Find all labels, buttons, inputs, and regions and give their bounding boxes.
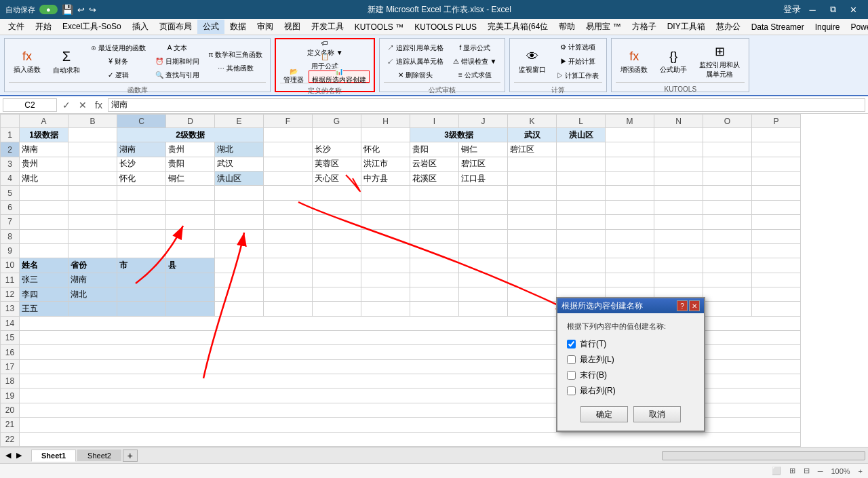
cell-e3[interactable]: 武汉 bbox=[215, 157, 264, 171]
cell-i6[interactable] bbox=[410, 200, 459, 214]
cell-p12[interactable] bbox=[752, 287, 801, 301]
menu-formula[interactable]: 公式 bbox=[197, 20, 224, 34]
cell-o10[interactable] bbox=[703, 258, 752, 273]
cell-l3[interactable] bbox=[557, 157, 606, 171]
row-header-20[interactable]: 20 bbox=[1, 403, 20, 417]
cell-b3[interactable] bbox=[68, 157, 117, 171]
cell-k9[interactable] bbox=[508, 243, 557, 258]
save-icon[interactable]: 💾 bbox=[62, 4, 73, 15]
row-header-22[interactable]: 22 bbox=[1, 432, 20, 446]
menu-devtools[interactable]: 开发工具 bbox=[306, 20, 349, 34]
title-toggle[interactable]: ● bbox=[39, 5, 58, 14]
cell-a1[interactable]: 1级数据 bbox=[20, 128, 68, 142]
cell-c6[interactable] bbox=[117, 200, 166, 214]
col-header-c[interactable]: C bbox=[117, 115, 166, 128]
col-header-e[interactable]: E bbox=[215, 115, 264, 128]
checkbox-first-row-item[interactable]: 首行(T) bbox=[567, 338, 694, 350]
cell-f2[interactable] bbox=[264, 142, 313, 157]
col-header-f[interactable]: F bbox=[264, 115, 313, 128]
cell-k8[interactable] bbox=[508, 229, 557, 243]
cell-f1[interactable] bbox=[264, 128, 313, 142]
cell-d9[interactable] bbox=[166, 243, 215, 258]
col-header-b[interactable]: B bbox=[68, 115, 117, 128]
checkbox-first-row[interactable] bbox=[567, 340, 576, 348]
add-sheet-button[interactable]: + bbox=[123, 450, 138, 462]
restore-button[interactable]: ⧉ bbox=[823, 2, 842, 17]
cell-e7[interactable] bbox=[215, 215, 264, 229]
cell-o9[interactable] bbox=[703, 243, 752, 258]
cell-a3[interactable]: 贵州 bbox=[20, 157, 68, 171]
cell-e2[interactable]: 湖北 bbox=[215, 142, 264, 157]
cell-k1[interactable]: 武汉 bbox=[508, 128, 557, 142]
cell-h7[interactable] bbox=[361, 215, 410, 229]
time-button[interactable]: ⏰ 日期和时间 bbox=[152, 56, 203, 68]
row-header-18[interactable]: 18 bbox=[1, 374, 20, 389]
cell-g9[interactable] bbox=[313, 243, 361, 258]
cell-h13[interactable] bbox=[361, 302, 410, 316]
cell-h11[interactable] bbox=[361, 273, 410, 287]
sheet-tab-sheet1[interactable]: Sheet1 bbox=[31, 450, 76, 462]
row-header-1[interactable]: 1 bbox=[1, 128, 20, 142]
cell-c12[interactable] bbox=[117, 287, 166, 301]
cell-c3[interactable]: 长沙 bbox=[117, 157, 166, 171]
cell-l10[interactable] bbox=[557, 258, 606, 273]
cell-b12[interactable]: 湖北 bbox=[68, 287, 117, 301]
cell-i9[interactable] bbox=[410, 243, 459, 258]
menu-inquire[interactable]: Inquire bbox=[810, 21, 846, 33]
menu-insert[interactable]: 插入 bbox=[127, 20, 154, 34]
cell-k7[interactable] bbox=[508, 215, 557, 229]
menu-huiban[interactable]: 慧办公 bbox=[711, 20, 746, 34]
cell-a10[interactable]: 姓名 bbox=[20, 258, 68, 273]
menu-file[interactable]: 文件 bbox=[3, 20, 30, 34]
row-header-10[interactable]: 10 bbox=[1, 258, 20, 273]
cell-b8[interactable] bbox=[68, 229, 117, 243]
cell-f9[interactable] bbox=[264, 243, 313, 258]
scroll-bar-area[interactable] bbox=[662, 451, 865, 460]
cell-l2[interactable] bbox=[557, 142, 606, 157]
remove-arrows-button[interactable]: ✕ 删除箭头 bbox=[384, 69, 447, 81]
cell-p4[interactable] bbox=[752, 172, 801, 186]
cell-a8[interactable] bbox=[20, 229, 68, 243]
cell-g11[interactable] bbox=[313, 273, 361, 287]
cell-f12[interactable] bbox=[264, 287, 313, 301]
text-button[interactable]: A 文本 bbox=[152, 42, 203, 54]
cell-g7[interactable] bbox=[313, 215, 361, 229]
cell-o12[interactable] bbox=[703, 287, 752, 301]
col-header-i[interactable]: I bbox=[410, 115, 459, 128]
menu-view[interactable]: 视图 bbox=[279, 20, 306, 34]
view-layout-icon[interactable]: ⊞ bbox=[789, 466, 795, 475]
row-header-15[interactable]: 15 bbox=[1, 331, 20, 345]
eval-formula-button[interactable]: ≡ 公式求值 bbox=[450, 69, 500, 81]
name-box[interactable] bbox=[3, 98, 57, 112]
show-formulas-button[interactable]: f 显示公式 bbox=[450, 42, 500, 54]
cell-l11[interactable] bbox=[557, 273, 606, 287]
cell-m6[interactable] bbox=[606, 200, 654, 214]
cell-b11[interactable]: 湖南 bbox=[68, 273, 117, 287]
cell-e11[interactable] bbox=[215, 273, 264, 287]
cell-j8[interactable] bbox=[459, 229, 508, 243]
cell-f8[interactable] bbox=[264, 229, 313, 243]
row-header-2[interactable]: 2 bbox=[1, 142, 20, 157]
col-header-o[interactable]: O bbox=[703, 115, 752, 128]
cell-i1[interactable]: 3级数据 bbox=[410, 128, 508, 142]
cell-d7[interactable] bbox=[166, 215, 215, 229]
fx-check-icon[interactable]: ✓ bbox=[60, 100, 73, 111]
monitor-ref-button[interactable]: ⊞ 监控引用和从属单元格 bbox=[694, 41, 745, 82]
menu-kutools-plus[interactable]: KUTOOLS PLUS bbox=[409, 21, 482, 33]
cell-j9[interactable] bbox=[459, 243, 508, 258]
cell-h3[interactable]: 洪江市 bbox=[361, 157, 410, 171]
cell-e5[interactable] bbox=[215, 186, 264, 200]
row-header-6[interactable]: 6 bbox=[1, 200, 20, 214]
cell-o2[interactable] bbox=[703, 142, 752, 157]
cell-m10[interactable] bbox=[606, 258, 654, 273]
row-header-16[interactable]: 16 bbox=[1, 345, 20, 359]
cell-n5[interactable] bbox=[654, 186, 703, 200]
menu-help[interactable]: 帮助 bbox=[553, 20, 580, 34]
row-header-7[interactable]: 7 bbox=[1, 215, 20, 229]
cell-d13[interactable] bbox=[166, 302, 215, 316]
cell-o3[interactable] bbox=[703, 157, 752, 171]
col-header-l[interactable]: L bbox=[557, 115, 606, 128]
cell-i10[interactable] bbox=[410, 258, 459, 273]
cell-a9[interactable] bbox=[20, 243, 68, 258]
cell-b5[interactable] bbox=[68, 186, 117, 200]
